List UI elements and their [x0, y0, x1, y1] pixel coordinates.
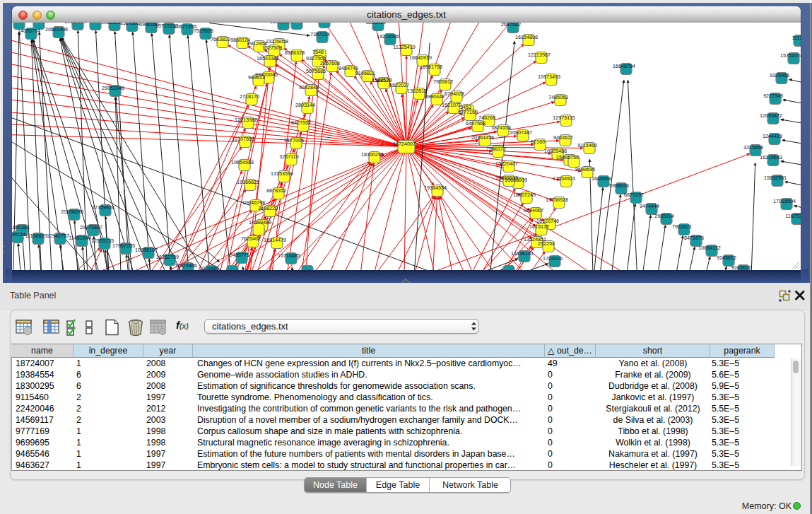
svg-text:3267110: 3267110: [279, 153, 298, 160]
svg-text:9115460: 9115460: [577, 142, 596, 148]
svg-text:1923466: 1923466: [199, 265, 219, 270]
svg-text:19166825: 19166825: [237, 179, 259, 185]
svg-text:7515526: 7515526: [194, 28, 213, 34]
svg-text:6497568: 6497568: [466, 120, 486, 127]
svg-text:989613: 989613: [248, 74, 265, 81]
svg-text:7955812: 7955812: [433, 78, 453, 85]
svg-text:1939154: 1939154: [12, 231, 25, 238]
svg-text:10025488: 10025488: [544, 148, 567, 154]
svg-text:9485771: 9485771: [230, 252, 249, 258]
svg-text:15720407: 15720407: [495, 160, 518, 167]
svg-text:1733426: 1733426: [543, 255, 563, 262]
svg-text:1640954: 1640954: [592, 175, 611, 182]
svg-text:9329966: 9329966: [770, 72, 789, 78]
svg-text:19654988: 19654988: [231, 159, 254, 165]
svg-text:6794028: 6794028: [445, 90, 464, 97]
svg-text:14055714: 14055714: [18, 28, 40, 34]
svg-text:10958107: 10958107: [135, 247, 158, 253]
svg-text:1112: 1112: [792, 35, 801, 41]
svg-text:8813054: 8813054: [366, 23, 386, 25]
svg-text:2867608: 2867608: [320, 60, 340, 66]
svg-text:16154808: 16154808: [515, 34, 538, 40]
svg-text:20206576: 20206576: [61, 209, 83, 215]
svg-text:15495756: 15495756: [556, 154, 579, 160]
svg-text:10107553: 10107553: [232, 136, 254, 142]
svg-text:16033809: 16033809: [270, 23, 293, 25]
svg-text:12213967: 12213967: [528, 52, 551, 58]
svg-text:9684067: 9684067: [524, 207, 543, 214]
svg-text:9245612: 9245612: [717, 255, 736, 261]
svg-text:7986372: 7986372: [486, 146, 506, 152]
svg-text:10973493: 10973493: [538, 74, 560, 80]
svg-text:9177006: 9177006: [284, 137, 304, 144]
svg-text:18807249: 18807249: [513, 192, 536, 198]
svg-text:3824554: 3824554: [491, 124, 511, 131]
svg-text:12505135: 12505135: [91, 238, 114, 244]
svg-text:11156829: 11156829: [25, 233, 47, 239]
svg-text:15692901: 15692901: [764, 175, 787, 181]
svg-text:6961758: 6961758: [423, 64, 442, 70]
svg-text:8427552: 8427552: [291, 119, 311, 126]
svg-text:10688609: 10688609: [495, 175, 518, 181]
svg-text:3215958: 3215958: [743, 144, 763, 151]
svg-text:17654923: 17654923: [553, 175, 575, 182]
svg-text:11451944: 11451944: [69, 235, 90, 241]
svg-text:3498222: 3498222: [258, 205, 278, 211]
svg-text:20691406: 20691406: [45, 26, 68, 33]
svg-text:1327509: 1327509: [262, 45, 282, 51]
svg-text:29053346: 29053346: [102, 85, 124, 91]
svg-text:7932621: 7932621: [672, 223, 692, 230]
svg-text:13353594: 13353594: [271, 170, 293, 177]
svg-text:9227349: 9227349: [763, 93, 783, 99]
svg-text:16640910: 16640910: [409, 54, 432, 61]
svg-text:17359924: 17359924: [92, 204, 114, 211]
svg-text:12942757: 12942757: [47, 233, 69, 239]
svg-text:1362615: 1362615: [407, 88, 427, 94]
svg-text:7663822: 7663822: [211, 36, 230, 42]
svg-text:20364456: 20364456: [471, 134, 494, 141]
svg-text:19384554: 19384554: [424, 185, 447, 191]
svg-text:5958924: 5958924: [609, 182, 629, 189]
svg-text:9245612: 9245612: [731, 264, 751, 270]
svg-text:8471676: 8471676: [684, 235, 704, 241]
svg-text:16914479: 16914479: [264, 237, 286, 243]
svg-text:19218506: 19218506: [377, 33, 399, 40]
svg-text:1244419: 1244419: [763, 133, 782, 139]
svg-text:8990448: 8990448: [425, 93, 445, 100]
svg-text:16543382: 16543382: [257, 55, 279, 62]
svg-text:8186328: 8186328: [285, 49, 305, 56]
svg-text:9463627: 9463627: [553, 134, 573, 141]
svg-text:1588520: 1588520: [372, 77, 392, 83]
svg-text:12093872: 12093872: [760, 112, 782, 119]
svg-text:17016504: 17016504: [773, 198, 796, 204]
svg-text:16782759: 16782759: [156, 254, 179, 260]
svg-text:5822037: 5822037: [389, 82, 409, 88]
svg-text:10807487: 10807487: [510, 129, 532, 136]
svg-text:9777169: 9777169: [458, 109, 478, 115]
svg-text:7357224: 7357224: [310, 31, 330, 37]
svg-text:1615132: 1615132: [529, 223, 549, 230]
svg-text:1167533: 1167533: [785, 213, 801, 219]
svg-text:16648784: 16648784: [613, 63, 635, 69]
svg-text:14136141: 14136141: [511, 250, 534, 257]
svg-text:9699695: 9699695: [575, 166, 595, 173]
svg-text:19037199: 19037199: [64, 23, 87, 25]
svg-text:252254: 252254: [538, 240, 555, 247]
svg-text:5675685: 5675685: [306, 68, 326, 74]
svg-text:29975887: 29975887: [80, 224, 102, 230]
svg-text:1621072: 1621072: [442, 102, 461, 108]
svg-text:6879197: 6879197: [624, 192, 644, 198]
svg-text:18300295: 18300295: [361, 151, 384, 158]
svg-text:15751074: 15751074: [780, 52, 801, 59]
svg-text:2718170: 2718170: [240, 93, 259, 100]
svg-text:2803144: 2803144: [295, 102, 315, 108]
svg-text:11923466: 11923466: [175, 262, 196, 269]
svg-text:12975115: 12975115: [553, 115, 575, 121]
svg-text:1527602: 1527602: [120, 23, 140, 26]
svg-text:8878352: 8878352: [266, 187, 286, 194]
svg-text:16210643: 16210643: [760, 154, 782, 160]
svg-text:18724007: 18724007: [393, 141, 416, 147]
svg-text:14099489: 14099489: [249, 219, 271, 226]
svg-text:23226058: 23226058: [266, 38, 288, 45]
svg-text:11325419: 11325419: [393, 44, 415, 50]
